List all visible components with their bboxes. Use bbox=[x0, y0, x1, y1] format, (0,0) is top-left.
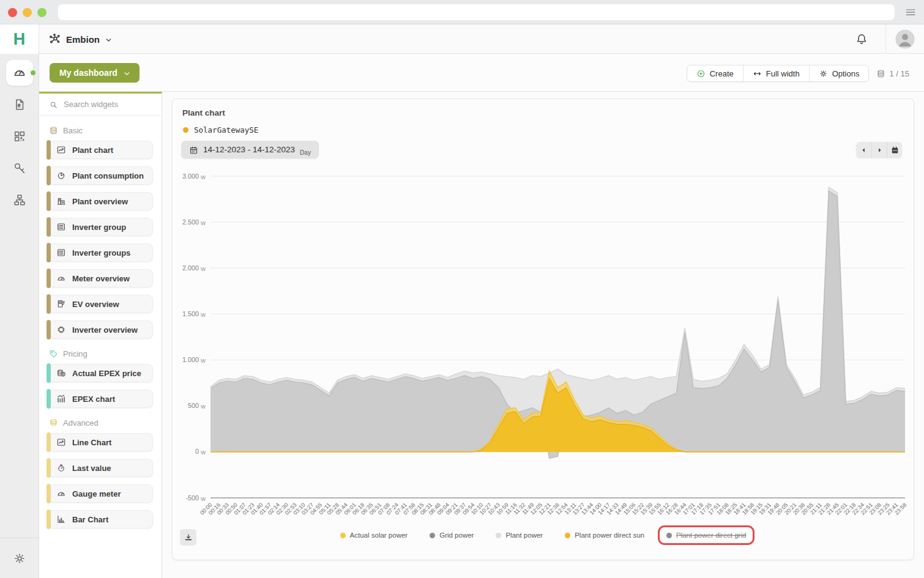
device-status-dot bbox=[183, 127, 188, 133]
item-accent bbox=[47, 217, 51, 237]
window-maximize-button[interactable] bbox=[37, 8, 47, 17]
rail-item-sitemap[interactable] bbox=[6, 187, 33, 213]
widget-section-basic: BasicPlant chartPlant consumptionPlant o… bbox=[39, 125, 162, 339]
widget-item-label: Plant overview bbox=[72, 197, 128, 206]
plant-chart-canvas[interactable]: 3.000W2.500W2.000W1.500W1.000W500W0W-500… bbox=[173, 165, 915, 532]
create-button[interactable]: Create bbox=[687, 65, 743, 81]
chart-area[interactable]: 3.000W2.500W2.000W1.500W1.000W500W0W-500… bbox=[173, 165, 915, 532]
legend-dot bbox=[340, 533, 346, 538]
pager-count: 1 / 15 bbox=[889, 69, 909, 78]
window-minimize-button[interactable] bbox=[23, 8, 32, 17]
chevDown-icon bbox=[105, 36, 113, 44]
svg-text:1.500W: 1.500W bbox=[182, 310, 206, 318]
active-dot bbox=[31, 70, 35, 75]
widget-item-actual-epex-price[interactable]: Actual EPEX price bbox=[48, 364, 153, 382]
org-switcher[interactable]: Embion bbox=[48, 24, 113, 54]
gear-icon bbox=[13, 552, 26, 565]
item-accent bbox=[47, 432, 51, 452]
logo-letter: H bbox=[13, 30, 26, 49]
prev-period-button[interactable] bbox=[856, 142, 871, 158]
item-accent bbox=[47, 484, 51, 503]
widget-search[interactable] bbox=[39, 94, 162, 116]
avatar bbox=[895, 29, 915, 50]
widget-item-inverter-groups[interactable]: Inverter groups bbox=[48, 243, 153, 262]
chevDown-icon bbox=[123, 70, 131, 78]
gear-icon bbox=[819, 69, 828, 78]
svg-text:3.000W: 3.000W bbox=[182, 172, 206, 180]
rail-item-apps[interactable] bbox=[6, 124, 33, 149]
apps-icon bbox=[13, 130, 26, 143]
widget-item-line-chart[interactable]: Line Chart bbox=[48, 433, 153, 451]
full-width-button[interactable]: Full width bbox=[743, 65, 809, 81]
chart-line-icon bbox=[56, 145, 66, 155]
app-logo[interactable]: H bbox=[0, 24, 39, 54]
widget-item-bar-chart[interactable]: Bar Chart bbox=[48, 510, 153, 528]
widget-item-plant-consumption[interactable]: Plant consumption bbox=[48, 166, 153, 185]
dashboard-icon bbox=[13, 66, 26, 80]
nav-rail bbox=[0, 54, 39, 578]
legend-label: Plant power direct grid bbox=[676, 532, 746, 539]
legend-item-plant-power[interactable]: Plant power bbox=[496, 532, 543, 539]
org-name: Embion bbox=[66, 34, 100, 45]
svg-text:0W: 0W bbox=[195, 448, 206, 456]
widget-item-last-value[interactable]: Last value bbox=[48, 459, 153, 477]
widget-item-plant-chart[interactable]: Plant chart bbox=[48, 141, 153, 159]
rail-item-dashboard[interactable] bbox=[6, 60, 33, 86]
layers-icon bbox=[876, 69, 885, 78]
widget-item-meter-overview[interactable]: Meter overview bbox=[48, 269, 153, 287]
calendar-button[interactable] bbox=[887, 142, 902, 158]
legend-item-actual-solar-power[interactable]: Actual solar power bbox=[340, 532, 408, 539]
search-input[interactable] bbox=[64, 100, 149, 109]
calendarFilled-icon bbox=[890, 146, 900, 155]
rail-item-invoice[interactable] bbox=[6, 92, 33, 117]
factory-icon bbox=[56, 196, 66, 206]
widget-item-ev-overview[interactable]: EV overview bbox=[48, 295, 153, 313]
widget-item-inverter-group[interactable]: Inverter group bbox=[48, 218, 153, 236]
address-bar[interactable] bbox=[58, 4, 895, 20]
stopwatch-icon bbox=[56, 463, 66, 473]
notifications-bell-icon[interactable] bbox=[855, 32, 868, 46]
caretLeft-icon bbox=[860, 146, 868, 154]
user-menu[interactable] bbox=[885, 24, 924, 54]
molecule-icon bbox=[48, 32, 61, 46]
chevron-down-icon bbox=[105, 34, 113, 45]
date-range-picker[interactable]: 14-12-2023 - 14-12-2023 Day bbox=[181, 141, 319, 158]
item-accent bbox=[47, 269, 51, 288]
device-row: SolarGatewaySE bbox=[183, 125, 258, 135]
dashboard-selector-button[interactable]: My dashboard bbox=[50, 63, 140, 83]
list-icon bbox=[56, 248, 66, 258]
section-header: Pricing bbox=[49, 349, 162, 358]
window-close-button[interactable] bbox=[8, 8, 17, 17]
next-period-button[interactable] bbox=[871, 142, 887, 158]
date-nav-group bbox=[856, 142, 902, 158]
widget-item-label: Meter overview bbox=[72, 274, 130, 283]
legend-item-plant-power-direct-grid[interactable]: Plant power direct grid bbox=[666, 532, 746, 539]
widget-item-inverter-overview[interactable]: Inverter overview bbox=[48, 320, 153, 339]
dashboard-pager[interactable]: 1 / 15 bbox=[876, 69, 909, 78]
meter-icon bbox=[56, 489, 66, 498]
item-accent bbox=[47, 166, 51, 185]
widget-item-gauge-meter[interactable]: Gauge meter bbox=[48, 484, 153, 503]
meter-icon bbox=[56, 273, 66, 283]
widget-section-advanced: AdvancedLine ChartLast valueGauge meterB… bbox=[39, 418, 162, 528]
bell-icon bbox=[855, 32, 868, 46]
widget-item-label: Inverter overview bbox=[72, 325, 138, 335]
widget-item-label: Plant consumption bbox=[72, 171, 144, 180]
options-button[interactable]: Options bbox=[809, 65, 869, 81]
item-accent bbox=[47, 294, 51, 314]
series-line-plant-power bbox=[211, 187, 905, 401]
browser-menu-icon[interactable] bbox=[904, 6, 917, 18]
calendar-icon bbox=[189, 144, 198, 155]
widget-item-label: Inverter group bbox=[72, 223, 126, 232]
legend-item-plant-power-direct-sun[interactable]: Plant power direct sun bbox=[565, 532, 644, 539]
legend-item-grid-power[interactable]: Grid power bbox=[430, 532, 474, 539]
rail-item-key[interactable] bbox=[6, 155, 33, 181]
widget-section-pricing: PricingActual EPEX priceEPEX chart bbox=[39, 349, 162, 408]
rail-settings-button[interactable] bbox=[0, 538, 39, 578]
coins-icon bbox=[56, 368, 66, 378]
widget-item-epex-chart[interactable]: EPEX chart bbox=[48, 390, 153, 408]
legend-dot bbox=[666, 533, 672, 538]
date-granularity: Day bbox=[300, 149, 311, 156]
widget-item-plant-overview[interactable]: Plant overview bbox=[48, 192, 153, 210]
sitemap-icon bbox=[13, 193, 26, 207]
